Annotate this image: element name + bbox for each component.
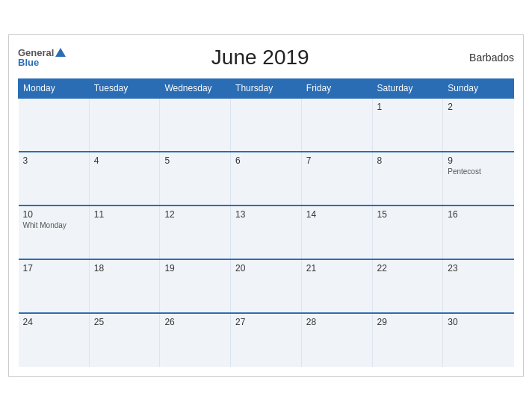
calendar-cell: [19, 98, 90, 152]
calendar-cell: 30: [443, 313, 514, 367]
calendar-cell: 9Pentecost: [443, 152, 514, 206]
weekday-header-saturday: Saturday: [372, 79, 443, 99]
calendar-cell: 18: [89, 259, 160, 313]
calendar-cell: 15: [372, 206, 443, 259]
logo-blue-text: Blue: [18, 58, 39, 67]
day-number: 10: [23, 209, 84, 220]
weekday-header-thursday: Thursday: [231, 79, 302, 99]
day-number: 30: [448, 317, 509, 327]
calendar-cell: 2: [443, 98, 514, 152]
weekday-header-row: MondayTuesdayWednesdayThursdayFridaySatu…: [19, 79, 514, 99]
calendar-cell: 5: [160, 152, 231, 206]
day-number: 28: [306, 317, 368, 327]
logo: General Blue: [18, 48, 66, 67]
calendar-cell: 6: [231, 152, 302, 206]
calendar-cell: 21: [301, 259, 372, 313]
calendar-cell: 20: [231, 259, 302, 313]
holiday-label: Whit Monday: [23, 221, 84, 229]
week-row-5: 24252627282930: [19, 313, 514, 367]
month-title: June 2019: [66, 46, 454, 69]
day-number: 22: [377, 263, 439, 274]
day-number: 20: [235, 263, 297, 274]
day-number: 25: [94, 317, 155, 327]
day-number: 11: [94, 209, 155, 220]
day-number: 16: [448, 209, 509, 220]
calendar-cell: 24: [19, 313, 90, 367]
day-number: 12: [164, 209, 226, 220]
day-number: 6: [235, 155, 297, 166]
calendar-cell: 23: [443, 259, 514, 313]
calendar-cell: [160, 98, 231, 152]
day-number: 19: [164, 263, 226, 274]
day-number: 21: [306, 263, 368, 274]
day-number: 9: [448, 155, 509, 166]
day-number: 17: [23, 263, 84, 274]
calendar-cell: 12: [160, 206, 231, 259]
day-number: 27: [235, 317, 297, 327]
calendar-cell: 14: [301, 206, 372, 259]
day-number: 5: [164, 155, 226, 166]
calendar-cell: 27: [231, 313, 302, 367]
day-number: 13: [235, 209, 297, 220]
calendar-cell: 28: [301, 313, 372, 367]
week-row-1: 12: [19, 98, 514, 152]
weekday-header-monday: Monday: [19, 79, 90, 99]
calendar-container: General Blue June 2019 Barbados MondayTu…: [8, 34, 524, 377]
calendar-cell: 17: [19, 259, 90, 313]
country-label: Barbados: [454, 52, 514, 64]
day-number: 26: [164, 317, 226, 327]
day-number: 7: [306, 155, 368, 166]
calendar-cell: 26: [160, 313, 231, 367]
calendar-cell: 25: [89, 313, 160, 367]
calendar-cell: 8: [372, 152, 443, 206]
day-number: 14: [306, 209, 368, 220]
day-number: 3: [23, 155, 84, 166]
weekday-header-sunday: Sunday: [443, 79, 514, 99]
calendar-cell: 16: [443, 206, 514, 259]
calendar-cell: 10Whit Monday: [19, 206, 90, 259]
calendar-cell: 22: [372, 259, 443, 313]
calendar-cell: 19: [160, 259, 231, 313]
calendar-header: General Blue June 2019 Barbados: [18, 43, 514, 72]
calendar-cell: [301, 98, 372, 152]
calendar-cell: [89, 98, 160, 152]
holiday-label: Pentecost: [448, 167, 509, 176]
calendar-cell: 7: [301, 152, 372, 206]
day-number: 24: [23, 317, 84, 327]
week-row-3: 10Whit Monday111213141516: [19, 206, 514, 259]
day-number: 2: [448, 102, 509, 112]
calendar-table: MondayTuesdayWednesdayThursdayFridaySatu…: [18, 78, 514, 367]
day-number: 29: [377, 317, 439, 327]
week-row-4: 17181920212223: [19, 259, 514, 313]
calendar-cell: 29: [372, 313, 443, 367]
day-number: 8: [377, 155, 439, 166]
weekday-header-tuesday: Tuesday: [89, 79, 160, 99]
week-row-2: 3456789Pentecost: [19, 152, 514, 206]
day-number: 23: [448, 263, 509, 274]
calendar-cell: 4: [89, 152, 160, 206]
day-number: 1: [377, 102, 439, 112]
day-number: 15: [377, 209, 439, 220]
calendar-cell: 3: [19, 152, 90, 206]
calendar-cell: [231, 98, 302, 152]
calendar-cell: 1: [372, 98, 443, 152]
calendar-cell: 13: [231, 206, 302, 259]
weekday-header-wednesday: Wednesday: [160, 79, 231, 99]
day-number: 4: [94, 155, 155, 166]
day-number: 18: [94, 263, 155, 274]
logo-triangle-icon: [55, 48, 66, 57]
calendar-cell: 11: [89, 206, 160, 259]
weekday-header-friday: Friday: [301, 79, 372, 99]
